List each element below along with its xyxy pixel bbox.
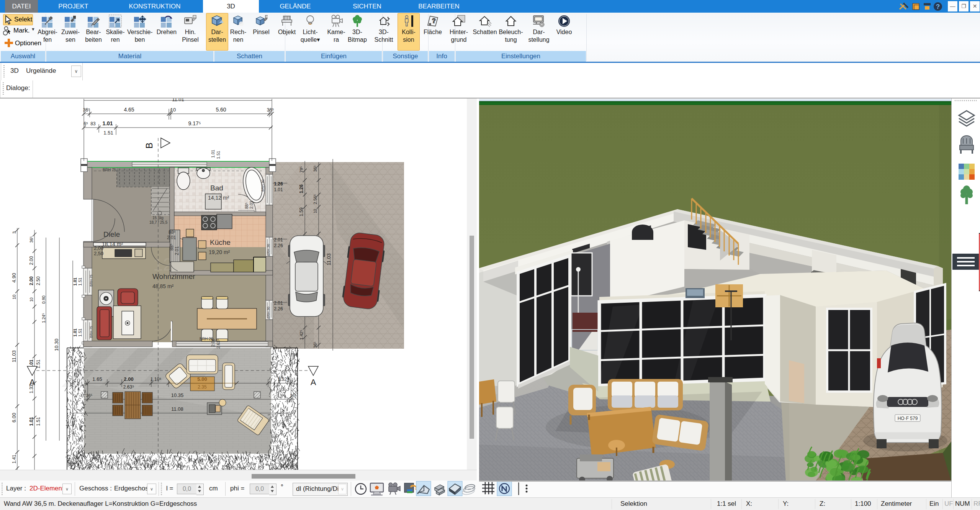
svg-text:36⁵: 36⁵ (313, 166, 317, 172)
svg-text:36⁵: 36⁵ (313, 342, 317, 348)
svg-text:2.00: 2.00 (124, 376, 133, 382)
svg-text:36⁵: 36⁵ (29, 236, 34, 243)
svg-text:4.65: 4.65 (124, 107, 134, 113)
svg-text:2.01: 2.01 (274, 237, 283, 243)
svg-text:10: 10 (313, 209, 317, 213)
svg-text:36⁵: 36⁵ (83, 107, 90, 113)
svg-text:2.63⁵: 2.63⁵ (123, 384, 134, 390)
svg-text:2.01: 2.01 (174, 246, 180, 255)
svg-text:0.90: 0.90 (41, 295, 46, 303)
svg-text:11.08: 11.08 (171, 406, 183, 412)
svg-text:2.26: 2.26 (274, 243, 283, 248)
svg-text:2,00: 2,00 (94, 245, 103, 251)
svg-text:10: 10 (170, 107, 176, 113)
svg-text:1.51: 1.51 (78, 277, 82, 285)
svg-text:1.41: 1.41 (11, 454, 17, 464)
svg-text:14,12 m²: 14,12 m² (208, 195, 229, 201)
svg-text:36⁵: 36⁵ (267, 107, 274, 113)
svg-text:2,50: 2,50 (94, 251, 103, 256)
svg-text:1.01: 1.01 (102, 120, 113, 126)
svg-text:Bad: Bad (210, 184, 223, 192)
svg-text:HO·F 579: HO·F 579 (898, 416, 918, 421)
svg-text:1.51: 1.51 (103, 130, 113, 136)
svg-text:2.56⁵: 2.56⁵ (313, 194, 317, 204)
svg-text:11.03: 11.03 (11, 350, 17, 362)
svg-text:88⁵: 88⁵ (244, 202, 249, 209)
svg-text:BRH 75: BRH 75 (89, 326, 93, 338)
svg-text:10: 10 (12, 295, 16, 299)
svg-text:5.00: 5.00 (197, 376, 207, 382)
svg-text:6.00: 6.00 (11, 413, 17, 422)
svg-text:2.26: 2.26 (274, 306, 283, 312)
svg-text:15 Stg: 15 Stg (152, 216, 164, 220)
svg-text:9.17⁵: 9.17⁵ (188, 120, 201, 126)
svg-text:1.01: 1.01 (73, 277, 77, 285)
svg-text:79⁵: 79⁵ (299, 166, 304, 173)
svg-text:6⁵: 6⁵ (83, 121, 88, 126)
svg-text:BRH 30: BRH 30 (267, 244, 270, 256)
svg-text:1.42⁵: 1.42⁵ (299, 330, 304, 340)
svg-text:3: 3 (12, 231, 16, 234)
svg-text:2.63⁵: 2.63⁵ (216, 339, 221, 349)
svg-text:11.03: 11.03 (326, 253, 332, 266)
svg-text:B: B (144, 143, 154, 149)
svg-text:1.24⁵: 1.24⁵ (41, 313, 46, 323)
svg-text:1.51: 1.51 (36, 417, 41, 426)
svg-text:2.50: 2.50 (36, 276, 41, 285)
svg-text:48,85 m²: 48,85 m² (152, 283, 174, 289)
svg-text:2.00: 2.00 (29, 276, 34, 285)
svg-text:10: 10 (29, 297, 34, 302)
svg-text:1.01: 1.01 (274, 187, 283, 192)
svg-text:18,14 m²: 18,14 m² (102, 241, 123, 247)
svg-text:10.35: 10.35 (171, 392, 184, 398)
svg-text:1.26: 1.26 (274, 181, 283, 187)
svg-text:1.51: 1.51 (78, 328, 82, 336)
svg-text:1.10⁵: 1.10⁵ (151, 377, 161, 382)
svg-text:2.01: 2.01 (274, 300, 283, 306)
svg-text:1.32⁵: 1.32⁵ (278, 377, 289, 382)
svg-text:1.65: 1.65 (92, 376, 102, 382)
svg-text:88⁵: 88⁵ (169, 230, 175, 235)
svg-text:18,7 / 25,5: 18,7 / 25,5 (149, 220, 168, 225)
svg-text:4.90: 4.90 (11, 273, 17, 282)
svg-text:Wohnzimmer: Wohnzimmer (152, 272, 195, 280)
svg-text:1.01: 1.01 (73, 328, 77, 336)
svg-text:BRH 75: BRH 75 (103, 168, 116, 172)
svg-text:1.26: 1.26 (299, 184, 304, 194)
svg-text:2.01: 2.01 (167, 235, 176, 240)
svg-text:1.59: 1.59 (299, 207, 304, 216)
svg-text:5.60: 5.60 (216, 107, 226, 113)
svg-text:A: A (311, 377, 316, 387)
svg-text:88⁵: 88⁵ (169, 244, 174, 251)
svg-text:2.01: 2.01 (249, 201, 254, 209)
svg-text:?: ? (936, 3, 940, 10)
svg-text:BRH 90: BRH 90 (261, 179, 265, 192)
svg-text:2.00: 2.00 (29, 256, 34, 265)
svg-text:Diele: Diele (103, 230, 120, 238)
svg-text:10.30: 10.30 (54, 339, 59, 351)
svg-text:1.01: 1.01 (29, 417, 34, 426)
svg-text:2.35: 2.35 (198, 384, 207, 390)
svg-text:36⁵: 36⁵ (86, 393, 93, 398)
svg-text:1.51: 1.51 (216, 151, 221, 159)
svg-text:?: ? (432, 18, 436, 24)
svg-text:A: A (29, 377, 35, 387)
svg-text:BRH 75: BRH 75 (89, 274, 93, 287)
svg-text:83: 83 (90, 121, 96, 126)
svg-text:Küche: Küche (210, 238, 231, 246)
svg-text:BRH 30: BRH 30 (267, 307, 270, 319)
svg-text:1.01: 1.01 (211, 150, 215, 158)
svg-text:2.00: 2.00 (211, 339, 215, 347)
svg-text:19,20 m²: 19,20 m² (209, 249, 230, 255)
